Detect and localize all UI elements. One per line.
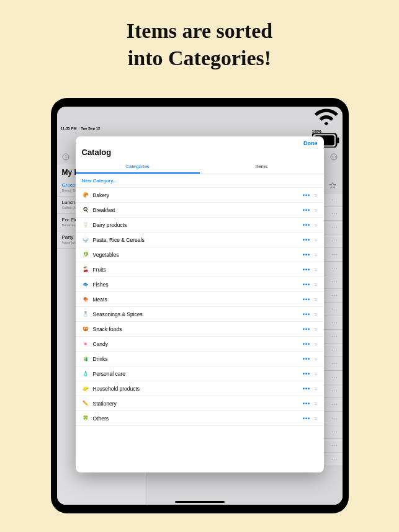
category-row[interactable]: 🧃Drinks•••≡ — [76, 352, 324, 366]
drag-handle-icon[interactable]: ≡ — [314, 326, 317, 332]
more-icon[interactable]: ••• — [303, 415, 310, 422]
status-date: Tue Sep 12 — [81, 126, 100, 130]
category-label: Others — [93, 415, 299, 422]
category-label: Fruits — [93, 267, 299, 273]
more-icon[interactable]: ••• — [303, 401, 310, 407]
svg-point-13 — [334, 156, 335, 157]
more-icon[interactable]: ••• — [303, 326, 310, 332]
category-emoji-icon: 🧃 — [82, 356, 89, 361]
category-label: Dairy products — [93, 222, 299, 228]
svg-point-12 — [333, 156, 334, 157]
screen: 11:35 PM Tue Sep 12 100% — [57, 107, 343, 505]
category-emoji-icon: 🍬 — [82, 341, 89, 347]
more-icon[interactable]: ••• — [303, 296, 310, 303]
category-emoji-icon: 🍒 — [82, 267, 89, 272]
more-icon[interactable]: ••• — [303, 222, 310, 228]
segmented-control: Categories Items — [76, 161, 324, 174]
drag-handle-icon[interactable]: ≡ — [314, 282, 317, 288]
category-emoji-icon: 🍖 — [82, 296, 89, 302]
category-label: Bakery — [93, 192, 299, 198]
svg-rect-2 — [337, 138, 339, 144]
new-category-button[interactable]: New Category... — [76, 174, 324, 188]
ellipsis-circle-icon[interactable] — [330, 153, 338, 161]
drag-handle-icon[interactable]: ≡ — [314, 296, 317, 303]
drag-handle-icon[interactable]: ≡ — [314, 401, 317, 407]
more-icon[interactable]: ••• — [303, 267, 310, 273]
clock-icon[interactable] — [62, 153, 69, 161]
done-button[interactable]: Done — [303, 140, 318, 146]
marketing-line1: Items are sorted — [0, 17, 399, 45]
category-emoji-icon: 🍳 — [82, 207, 89, 213]
more-icon[interactable]: ••• — [303, 282, 310, 288]
category-emoji-icon: 🥐 — [82, 192, 89, 198]
category-row[interactable]: 🍒Fruits•••≡ — [76, 262, 324, 277]
more-icon[interactable]: ••• — [303, 356, 310, 362]
category-row[interactable]: 🥨Snack foods•••≡ — [76, 322, 324, 337]
category-label: Drinks — [93, 356, 299, 362]
drag-handle-icon[interactable]: ≡ — [314, 386, 317, 392]
device-frame: 11:35 PM Tue Sep 12 100% — [51, 98, 349, 513]
drag-handle-icon[interactable]: ≡ — [314, 237, 317, 243]
catalog-modal: Done Catalog Categories Items New Catego… — [76, 136, 324, 472]
category-label: Breakfast — [93, 207, 299, 213]
category-row[interactable]: 🍬Candy•••≡ — [76, 337, 324, 352]
category-label: Fishes — [93, 282, 299, 288]
category-label: Pasta, Rice & Cereals — [93, 237, 299, 243]
category-label: Snack foods — [93, 326, 299, 332]
category-emoji-icon: 🐟 — [82, 282, 89, 287]
drag-handle-icon[interactable]: ≡ — [314, 415, 317, 422]
category-row[interactable]: ✏️Stationery•••≡ — [76, 396, 324, 411]
modal-title: Catalog — [76, 148, 324, 161]
category-emoji-icon: 🧂 — [82, 311, 89, 317]
more-icon[interactable]: ••• — [303, 386, 310, 392]
category-emoji-icon: ✏️ — [82, 401, 89, 406]
category-emoji-icon: 🍚 — [82, 237, 89, 242]
category-row[interactable]: 🍳Breakfast•••≡ — [76, 203, 324, 218]
drag-handle-icon[interactable]: ≡ — [314, 341, 317, 347]
category-label: Personal care — [93, 371, 299, 377]
more-icon[interactable]: ••• — [303, 237, 310, 243]
category-row[interactable]: 🍀Others•••≡ — [76, 411, 324, 426]
more-icon[interactable]: ••• — [303, 341, 310, 347]
more-icon[interactable]: ••• — [303, 371, 310, 377]
category-row[interactable]: 🐟Fishes•••≡ — [76, 277, 324, 292]
marketing-line2: into Categories! — [0, 45, 399, 72]
home-indicator — [175, 501, 225, 503]
category-emoji-icon: 🥛 — [82, 222, 89, 228]
category-label: Household products — [93, 386, 299, 392]
drag-handle-icon[interactable]: ≡ — [314, 252, 317, 258]
category-label: Seasonings & Spices — [93, 311, 299, 317]
more-icon[interactable]: ••• — [303, 311, 310, 317]
category-label: Candy — [93, 341, 299, 347]
drag-handle-icon[interactable]: ≡ — [314, 356, 317, 362]
drag-handle-icon[interactable]: ≡ — [314, 267, 317, 273]
drag-handle-icon[interactable]: ≡ — [314, 371, 317, 377]
category-row[interactable]: 🍚Pasta, Rice & Cereals•••≡ — [76, 233, 324, 247]
category-emoji-icon: 🥬 — [82, 252, 89, 257]
drag-handle-icon[interactable]: ≡ — [314, 311, 317, 317]
category-emoji-icon: 🧽 — [82, 386, 89, 391]
category-row[interactable]: 🥛Dairy products•••≡ — [76, 218, 324, 233]
more-icon[interactable]: ••• — [303, 207, 310, 213]
category-row[interactable]: 🥬Vegetables•••≡ — [76, 247, 324, 262]
category-emoji-icon: 🥨 — [82, 326, 89, 332]
category-row[interactable]: 🥐Bakery•••≡ — [76, 188, 324, 203]
marketing-headline: Items are sorted into Categories! — [0, 0, 399, 72]
drag-handle-icon[interactable]: ≡ — [314, 222, 317, 228]
tab-items[interactable]: Items — [200, 161, 324, 174]
category-label: Vegetables — [93, 252, 299, 258]
drag-handle-icon[interactable]: ≡ — [314, 192, 317, 198]
drag-handle-icon[interactable]: ≡ — [314, 207, 317, 213]
category-row[interactable]: 🧽Household products•••≡ — [76, 381, 324, 396]
category-row[interactable]: 🧴Personal care•••≡ — [76, 366, 324, 381]
category-label: Stationery — [93, 401, 299, 407]
category-emoji-icon: 🍀 — [82, 415, 89, 421]
star-icon[interactable] — [329, 182, 336, 189]
more-icon[interactable]: ••• — [303, 192, 310, 198]
status-time: 11:35 PM — [61, 126, 77, 130]
more-icon[interactable]: ••• — [303, 252, 310, 258]
category-row[interactable]: 🧂Seasonings & Spices•••≡ — [76, 307, 324, 322]
tab-categories[interactable]: Categories — [76, 161, 200, 174]
svg-point-11 — [331, 156, 332, 157]
category-row[interactable]: 🍖Meats•••≡ — [76, 292, 324, 307]
